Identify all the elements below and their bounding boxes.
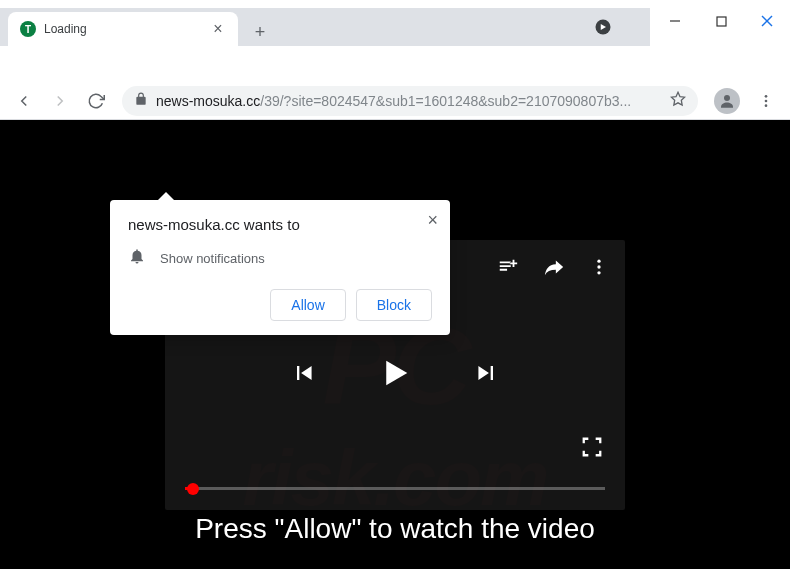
browser-menu-button[interactable] <box>750 93 782 109</box>
block-button[interactable]: Block <box>356 289 432 321</box>
tab-close-button[interactable]: × <box>210 21 226 37</box>
permission-request-row: Show notifications <box>128 247 432 269</box>
allow-button[interactable]: Allow <box>270 289 345 321</box>
back-button[interactable] <box>8 85 40 117</box>
tab-title: Loading <box>44 22 210 36</box>
new-tab-button[interactable]: + <box>246 18 274 46</box>
permission-actions: Allow Block <box>128 289 432 321</box>
bookmark-star-icon[interactable] <box>670 91 686 111</box>
url-text: news-mosuka.cc/39/?site=8024547&sub1=160… <box>156 93 662 109</box>
notification-permission-dialog: × news-mosuka.cc wants to Show notificat… <box>110 200 450 335</box>
address-bar[interactable]: news-mosuka.cc/39/?site=8024547&sub1=160… <box>122 86 698 116</box>
window-close-button[interactable] <box>744 6 790 36</box>
next-track-button[interactable] <box>472 359 500 391</box>
forward-button[interactable] <box>44 85 76 117</box>
page-caption: Press "Allow" to watch the video <box>0 513 790 545</box>
tab-favicon-icon: T <box>20 21 36 37</box>
play-button[interactable] <box>374 352 416 398</box>
svg-point-6 <box>724 95 730 101</box>
svg-point-12 <box>597 271 600 274</box>
svg-point-7 <box>765 95 768 98</box>
media-indicator-icon[interactable] <box>594 18 612 36</box>
player-center-controls <box>290 352 500 398</box>
svg-point-8 <box>765 99 768 102</box>
permission-close-button[interactable]: × <box>427 210 438 231</box>
browser-tab[interactable]: T Loading × <box>8 12 238 46</box>
profile-avatar-button[interactable] <box>714 88 740 114</box>
progress-handle[interactable] <box>187 483 199 495</box>
svg-point-9 <box>765 104 768 107</box>
window-maximize-button[interactable] <box>698 6 744 36</box>
bell-icon <box>128 247 146 269</box>
permission-request-text: Show notifications <box>160 251 265 266</box>
reload-button[interactable] <box>80 85 112 117</box>
player-top-controls <box>497 256 609 282</box>
permission-title: news-mosuka.cc wants to <box>128 216 432 233</box>
window-minimize-button[interactable] <box>652 6 698 36</box>
svg-point-11 <box>597 265 600 268</box>
svg-point-10 <box>597 260 600 263</box>
previous-track-button[interactable] <box>290 359 318 391</box>
share-icon[interactable] <box>543 256 565 282</box>
player-menu-icon[interactable] <box>589 257 609 281</box>
page-content: PC risk.com <box>0 120 790 569</box>
svg-rect-1 <box>717 17 726 26</box>
lock-icon <box>134 92 148 110</box>
svg-marker-5 <box>671 92 684 105</box>
player-progress[interactable] <box>185 487 605 490</box>
browser-toolbar: news-mosuka.cc/39/?site=8024547&sub1=160… <box>0 82 790 120</box>
playlist-add-icon[interactable] <box>497 256 519 282</box>
tab-strip: T Loading × + <box>0 8 650 46</box>
fullscreen-button[interactable] <box>581 436 603 462</box>
